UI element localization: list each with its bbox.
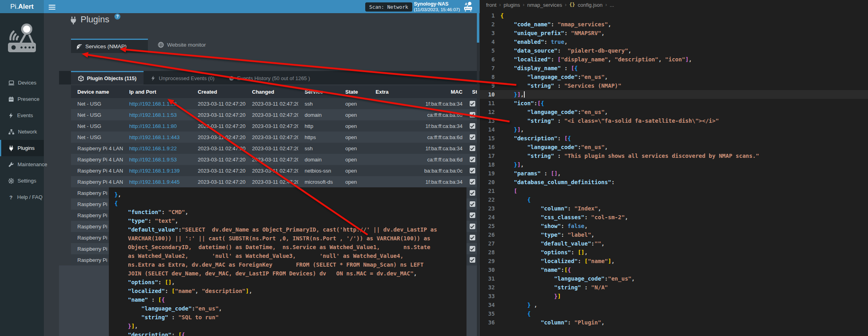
column-header[interactable]: Ip and Port — [123, 85, 191, 98]
table-row[interactable]: Net - USGhttp://192.168.1.1:4432023-03-1… — [71, 132, 480, 143]
bolt-icon — [151, 76, 155, 81]
column-header[interactable]: Service — [298, 85, 339, 98]
plug-icon — [8, 145, 14, 151]
main-scrollbar[interactable] — [477, 13, 479, 336]
scan-status-badge: Scan: Network — [365, 2, 412, 12]
code-line: 22 { — [480, 195, 868, 204]
status-checkbox[interactable] — [470, 145, 475, 151]
sidebar-item-plugins[interactable]: Plugins — [0, 140, 44, 156]
code-line: 8 "language_code":"en_us", — [480, 73, 868, 81]
sidebar-item-maintenance[interactable]: Maintenance — [0, 156, 44, 173]
ip-port-link[interactable]: http://192.168.1.1:22 — [129, 101, 177, 107]
app-logo[interactable]: Pi.Alert — [0, 0, 44, 13]
breadcrumb-item[interactable]: nmap_services — [527, 2, 562, 8]
status-checkbox[interactable] — [470, 123, 475, 129]
subtab-events-history[interactable]: Events History (50 out of 1265 ) — [222, 71, 317, 84]
column-header[interactable]: Device name — [71, 85, 123, 98]
table-cell: 2023-03-11 02:47:20 — [191, 176, 246, 187]
status-checkbox[interactable] — [470, 168, 475, 173]
table-cell: ca:ff:ff:ca:ba:6d — [414, 154, 466, 165]
status-checkbox[interactable] — [470, 101, 475, 106]
code-line: 21 [ — [480, 187, 868, 195]
hamburger-menu-icon[interactable] — [49, 4, 55, 9]
status-checkbox[interactable] — [470, 246, 475, 252]
table-cell: 2023-03-11 02:47:20 — [191, 109, 246, 120]
scrollbar-thumb[interactable] — [477, 13, 479, 43]
table-cell: Net - USG — [71, 109, 123, 120]
ip-port-link[interactable]: http://192.168.1.1:443 — [129, 134, 180, 140]
status-checkbox[interactable] — [470, 224, 475, 229]
column-header[interactable]: State — [339, 85, 369, 98]
table-row[interactable]: Raspberry Pi 4 LANhttp://192.168.1.9:222… — [71, 143, 480, 154]
table-row[interactable]: Net - USGhttp://192.168.1.1:222023-03-11… — [71, 98, 480, 109]
table-cell: http://192.168.1.9:53 — [123, 154, 191, 165]
table-row[interactable]: Net - USGhttp://192.168.1.1:802023-03-11… — [71, 120, 480, 132]
code-line: 15 "description": [{ — [480, 134, 868, 143]
table-cell: 2023-03-11 02:47:20 — [191, 132, 246, 143]
status-checkbox[interactable] — [470, 235, 475, 240]
table-cell: http://192.168.1.1:22 — [123, 98, 191, 109]
sidebar-item-events[interactable]: Events — [0, 107, 44, 124]
subtab-plugin-objects[interactable]: Plugin Objects (115) — [71, 71, 144, 84]
sidebar-item-label: Devices — [18, 80, 36, 86]
sidebar-item-network[interactable]: Network — [0, 124, 44, 140]
sidebar-item-settings[interactable]: Settings — [0, 173, 44, 189]
table-cell: 2023-03-11 02:47:20 — [246, 143, 298, 154]
subtab-unprocessed-events[interactable]: Unprocessed Events (0) — [144, 71, 221, 84]
status-checkbox[interactable] — [470, 157, 475, 162]
globe-icon — [158, 42, 164, 48]
breadcrumb-item[interactable]: ... — [610, 2, 614, 8]
table-cell: open — [339, 109, 369, 120]
breadcrumb-item[interactable]: front — [486, 2, 496, 8]
sidebar-item-presence[interactable]: Presence — [0, 91, 44, 107]
status-checkbox[interactable] — [470, 201, 475, 207]
breadcrumb-item[interactable]: config.json — [578, 2, 602, 8]
table-cell: http — [298, 120, 339, 132]
sidebar-item-label: Help / FAQ — [17, 194, 43, 200]
breadcrumb[interactable]: front› plugins› nmap_services› {} config… — [486, 0, 614, 10]
sidebar-item-help[interactable]: ? Help / FAQ — [0, 189, 44, 205]
breadcrumb-item[interactable]: plugins — [504, 2, 520, 8]
table-cell: 2023-03-11 02:47:20 — [191, 98, 246, 109]
table-row[interactable]: Net - USGhttp://192.168.1.1:532023-03-11… — [71, 109, 480, 120]
code-editor[interactable]: front› plugins› nmap_services› {} config… — [480, 0, 868, 336]
code-area[interactable]: 1{2 "code_name": "nmap_services",3 "uniq… — [480, 11, 868, 327]
table-cell — [369, 120, 414, 132]
table-row[interactable]: Raspberry Pi 4 LANhttp://192.168.1.9:139… — [71, 165, 480, 176]
ip-port-link[interactable]: http://192.168.1.1:80 — [129, 123, 177, 129]
help-badge[interactable]: ? — [114, 14, 120, 20]
code-line: 31 "language_code":"en_us", — [480, 274, 868, 283]
code-line: VARCHAR(100)) || ':' || cast( SUBSTR(ns.… — [114, 234, 466, 243]
ip-port-link[interactable]: http://192.168.1.9:445 — [129, 179, 180, 185]
ip-port-link[interactable]: http://192.168.1.9:139 — [129, 168, 180, 174]
column-header[interactable]: MAC — [414, 85, 466, 98]
tab-website-monitor[interactable]: Website monitor — [158, 42, 206, 48]
subtab-label: Events History (50 out of 1265 ) — [237, 75, 310, 81]
column-header[interactable]: Extra — [369, 85, 414, 98]
table-row[interactable]: Raspberry Pi 4 LANhttp://192.168.1.9:445… — [71, 176, 480, 187]
table-row[interactable]: Raspberry Pi 4 LANhttp://192.168.1.9:532… — [71, 154, 480, 165]
ip-port-link[interactable]: http://192.168.1.1:53 — [129, 112, 177, 118]
status-checkbox[interactable] — [470, 212, 475, 218]
status-checkbox[interactable] — [470, 134, 475, 140]
status-checkbox[interactable] — [470, 257, 475, 263]
cube-icon — [78, 76, 84, 81]
ip-port-link[interactable]: http://192.168.1.9:53 — [129, 157, 177, 163]
tab-services-nmap[interactable]: Services (NMAP) — [71, 39, 148, 53]
status-checkbox[interactable] — [470, 112, 475, 118]
code-line: 26 "type": "label", — [480, 230, 868, 239]
column-header[interactable]: Changed — [246, 85, 298, 98]
sidebar-item-devices[interactable]: Devices — [0, 75, 44, 91]
sidebar-nav: Devices Presence Events Network Plugins … — [0, 75, 44, 205]
code-line: "language_code":"en_us", — [114, 304, 466, 313]
code-line: ns.Extra as Extra, dv.dev_MAC as Foreign… — [114, 260, 466, 269]
ip-port-link[interactable]: http://192.168.1.9:22 — [129, 145, 177, 151]
status-checkbox[interactable] — [470, 190, 475, 196]
chevron-right-icon: › — [499, 2, 501, 8]
table-cell: microsoft-ds — [298, 176, 339, 187]
code-line: 11 "icon":[{ — [480, 99, 868, 108]
table-cell: http://192.168.1.9:139 — [123, 165, 191, 176]
code-line: 6 "localized": ["display_name", "descrip… — [480, 55, 868, 64]
status-checkbox[interactable] — [470, 179, 475, 185]
column-header[interactable]: Created — [191, 85, 246, 98]
